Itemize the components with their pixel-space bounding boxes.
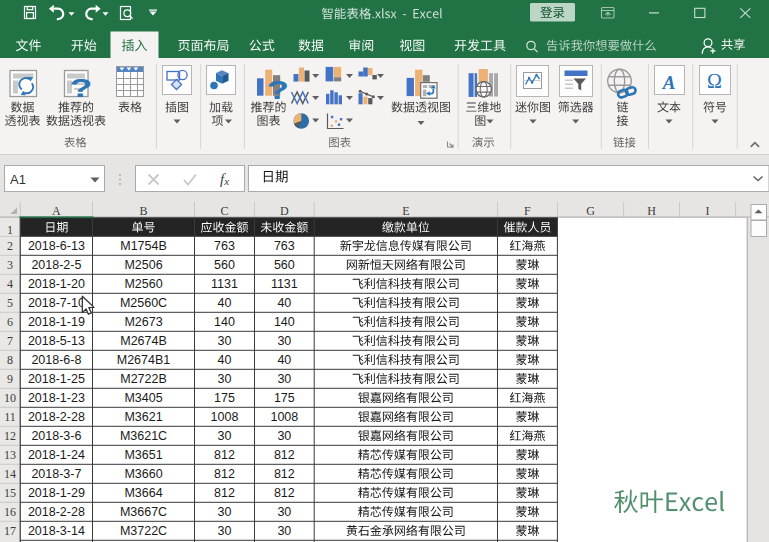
svg-text:M2560C: M2560C [120,296,167,310]
svg-text:40: 40 [218,353,232,367]
svg-text:16: 16 [4,505,16,519]
svg-text:812: 812 [214,467,235,481]
svg-text:140: 140 [214,315,235,329]
svg-text:M3667C: M3667C [120,505,167,519]
svg-text:M2560: M2560 [124,277,162,291]
svg-text:812: 812 [274,448,295,462]
svg-text:30: 30 [277,372,291,386]
svg-text:2018-1-24: 2018-1-24 [28,448,85,462]
svg-text:G: G [586,204,595,218]
svg-text:2018-1-20: 2018-1-20 [28,277,85,291]
svg-text:2018-7-10: 2018-7-10 [28,296,85,310]
svg-text:812: 812 [214,486,235,500]
svg-text:A1: A1 [10,172,26,187]
svg-text:?: ? [70,74,93,102]
svg-text:H: H [647,204,656,218]
svg-text:2018-6-13: 2018-6-13 [28,239,85,253]
svg-text:30: 30 [218,505,232,519]
svg-text:40: 40 [218,296,232,310]
svg-text:6: 6 [7,315,13,329]
svg-text:30: 30 [218,334,232,348]
svg-text:M3621: M3621 [124,410,162,424]
svg-text:40: 40 [277,296,291,310]
svg-text:C: C [220,204,228,218]
svg-text:Ω: Ω [707,70,722,92]
svg-text:M3621C: M3621C [120,429,167,443]
svg-text:A: A [52,204,61,218]
svg-text:812: 812 [274,486,295,500]
svg-text:F: F [524,204,531,218]
svg-text:140: 140 [274,315,295,329]
svg-text:812: 812 [214,448,235,462]
svg-text:30: 30 [218,429,232,443]
svg-text:812: 812 [274,467,295,481]
svg-text:2018-1-23: 2018-1-23 [28,391,85,405]
svg-text:2018-5-13: 2018-5-13 [28,334,85,348]
svg-text:7: 7 [7,334,13,348]
svg-text:2018-1-25: 2018-1-25 [28,372,85,386]
svg-text:2018-2-28: 2018-2-28 [28,410,85,424]
svg-text:M2673: M2673 [124,315,162,329]
svg-text:8: 8 [7,353,13,367]
svg-text:E: E [402,204,409,218]
svg-text:30: 30 [218,524,232,538]
svg-text:763: 763 [274,239,295,253]
svg-text:D: D [280,204,289,218]
svg-text:A: A [662,72,676,93]
svg-text:M3722C: M3722C [120,524,167,538]
svg-text:2018-1-19: 2018-1-19 [28,315,85,329]
svg-text:30: 30 [277,429,291,443]
svg-text:1131: 1131 [211,277,238,291]
svg-text:13: 13 [4,448,16,462]
svg-text:2: 2 [7,239,13,253]
svg-text:M1754B: M1754B [120,239,167,253]
svg-text:10: 10 [4,391,16,405]
svg-text:M3405: M3405 [124,391,162,405]
svg-text:M3651: M3651 [124,448,162,462]
svg-text:2018-2-28: 2018-2-28 [28,505,85,519]
svg-text:M2674B: M2674B [120,334,167,348]
svg-text:763: 763 [214,239,235,253]
svg-text:30: 30 [277,524,291,538]
svg-text:M2722B: M2722B [120,372,167,386]
svg-text:?: ? [267,76,289,104]
svg-text:M2506: M2506 [124,258,162,272]
svg-text:2018-3-6: 2018-3-6 [31,429,81,443]
svg-text:1: 1 [7,223,13,237]
svg-text:4: 4 [7,277,13,291]
svg-text:17: 17 [4,524,16,538]
svg-text:12: 12 [4,429,16,443]
svg-text:560: 560 [274,258,295,272]
svg-text:2018-3-14: 2018-3-14 [28,524,85,538]
svg-text:11: 11 [4,410,16,424]
svg-text:M2674B1: M2674B1 [117,353,171,367]
svg-text:14: 14 [4,467,16,481]
svg-text:560: 560 [214,258,235,272]
svg-text:1131: 1131 [271,277,298,291]
svg-text:15: 15 [4,486,16,500]
svg-text:2018-6-8: 2018-6-8 [31,353,81,367]
svg-text:30: 30 [277,505,291,519]
svg-text:175: 175 [214,391,235,405]
svg-text:9: 9 [7,372,13,386]
svg-text:30: 30 [218,372,232,386]
svg-text:M3660: M3660 [124,467,162,481]
svg-text:2018-1-29: 2018-1-29 [28,486,85,500]
svg-text:5: 5 [7,296,13,310]
svg-text:30: 30 [277,334,291,348]
svg-text:M3664: M3664 [124,486,162,500]
svg-text:2018-2-5: 2018-2-5 [31,258,81,272]
svg-text:2018-3-7: 2018-3-7 [31,467,81,481]
svg-text:1008: 1008 [270,410,298,424]
svg-text:1008: 1008 [211,410,239,424]
svg-text:175: 175 [274,391,295,405]
svg-text:I: I [706,204,710,218]
svg-text:B: B [139,204,147,218]
svg-text:3: 3 [7,258,13,272]
svg-text:40: 40 [277,353,291,367]
